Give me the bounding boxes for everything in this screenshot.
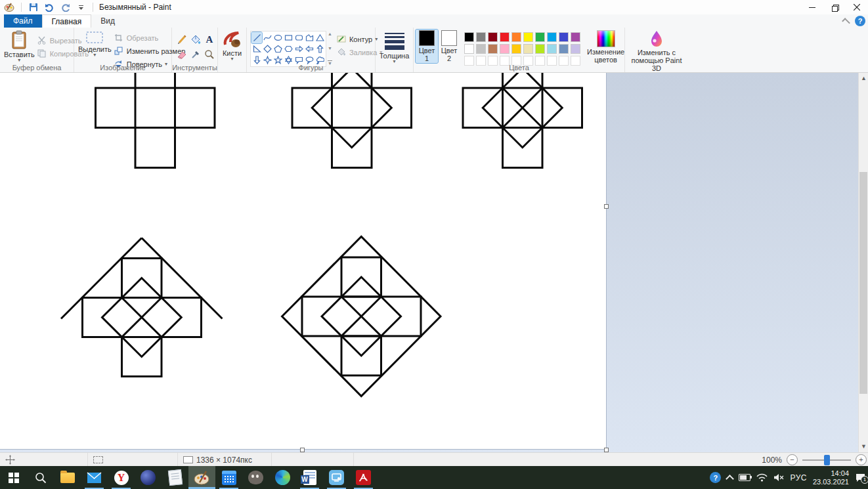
shape-arrow-up-icon[interactable] [315, 43, 325, 54]
taskbar-paint-button[interactable] [188, 466, 215, 489]
palette-swatch[interactable] [464, 32, 474, 42]
taskbar-notepad-button[interactable] [162, 466, 188, 489]
minimize-button[interactable] [801, 0, 823, 14]
collapse-ribbon-icon[interactable] [842, 18, 850, 26]
select-button[interactable]: Выделить ▾ [76, 30, 114, 58]
scroll-up-icon[interactable]: ▲ [328, 32, 332, 36]
zoom-slider[interactable] [802, 459, 851, 461]
canvas-resize-handle-bottom[interactable] [300, 448, 305, 452]
help-icon[interactable]: ? [855, 16, 865, 26]
canvas-resize-handle-corner[interactable] [604, 448, 609, 452]
shape-line-icon[interactable] [251, 32, 262, 43]
taskbar-explorer-button[interactable] [54, 466, 81, 489]
chevron-up-icon[interactable] [726, 475, 735, 483]
shape-polygon-icon[interactable] [304, 32, 315, 43]
palette-swatch[interactable] [488, 32, 498, 42]
canvas-resize-handle-right[interactable] [604, 204, 609, 209]
tab-view[interactable]: Вид [91, 14, 124, 28]
palette-swatch[interactable] [500, 32, 510, 42]
palette-swatch[interactable] [535, 32, 545, 42]
paint3d-button[interactable]: Изменить с помощью Paint 3D [626, 30, 687, 73]
edit-colors-label: Изменение цветов [587, 48, 624, 64]
shape-ellipse-icon[interactable] [272, 32, 283, 43]
shape-diamond-icon[interactable] [262, 43, 272, 54]
taskbar-calendar-button[interactable] [215, 466, 242, 489]
tab-home[interactable]: Главная [42, 14, 92, 28]
screen-recorder-icon [329, 470, 344, 485]
eraser-icon[interactable] [175, 47, 188, 62]
shape-rounded-rectangle-icon[interactable] [293, 32, 304, 43]
palette-swatch[interactable] [500, 44, 510, 54]
edit-colors-button[interactable]: Изменение цветов [585, 30, 626, 64]
palette-swatch[interactable] [559, 32, 569, 42]
taskbar-acrobat-button[interactable] [350, 466, 377, 489]
undo-icon[interactable] [43, 1, 55, 13]
paint3d-icon [649, 30, 664, 48]
scroll-down-icon[interactable]: ▼ [328, 46, 332, 51]
palette-swatch[interactable] [559, 44, 569, 54]
taskbar-start-button[interactable] [0, 466, 27, 489]
paste-button[interactable]: Вставить ▾ [2, 30, 37, 63]
palette-swatch[interactable] [571, 32, 580, 42]
shape-triangle-icon[interactable] [315, 32, 325, 43]
clock[interactable]: 14:04 23.03.2021 [813, 469, 849, 486]
scroll-up-icon[interactable]: ▲ [861, 77, 866, 80]
color-picker-icon[interactable] [189, 47, 202, 62]
text-icon[interactable]: A [203, 32, 216, 47]
shape-hexagon-icon[interactable] [283, 43, 293, 54]
volume-muted-icon[interactable] [773, 473, 784, 482]
shape-arrow-right-icon[interactable] [293, 43, 304, 54]
brushes-button[interactable]: Кисти ▾ [221, 30, 244, 62]
shape-right-triangle-icon[interactable] [251, 43, 262, 54]
palette-swatch[interactable] [476, 32, 486, 42]
palette-swatch[interactable] [571, 44, 580, 54]
color2-button[interactable]: Цвет 2 [438, 30, 460, 63]
taskbar-torch-browser-button[interactable] [135, 466, 162, 489]
palette-swatch[interactable] [523, 44, 533, 54]
calendar-icon [222, 471, 236, 485]
palette-swatch[interactable] [464, 44, 474, 54]
palette-swatch[interactable] [488, 44, 498, 54]
shape-pentagon-icon[interactable] [272, 43, 283, 54]
language-indicator[interactable]: РУС [790, 473, 807, 482]
redo-icon[interactable] [59, 1, 71, 13]
taskbar-edge-button[interactable] [269, 466, 296, 489]
palette-swatch[interactable] [547, 44, 557, 54]
restore-button[interactable] [823, 0, 846, 14]
palette-swatch[interactable] [547, 32, 557, 42]
notification-icon[interactable]: 1 [855, 473, 867, 483]
taskbar-screen-recorder-button[interactable] [323, 466, 350, 489]
thickness-button[interactable]: Толщина ▾ [378, 30, 412, 64]
scrollbar-thumb[interactable] [859, 172, 867, 394]
palette-swatch[interactable] [523, 32, 533, 42]
shape-arrow-left-icon[interactable] [304, 43, 315, 54]
taskbar-word-button[interactable]: W [296, 466, 323, 489]
save-icon[interactable] [28, 1, 39, 13]
help-icon[interactable]: ? [710, 472, 721, 483]
group-tools: A Инструменты [172, 28, 218, 72]
palette-swatch[interactable] [511, 32, 521, 42]
taskbar-mail-button[interactable] [81, 466, 108, 489]
vertical-scrollbar[interactable]: ▲ ▼ [858, 73, 868, 452]
battery-icon[interactable] [739, 474, 750, 481]
taskbar-search-button[interactable] [27, 466, 54, 489]
palette-swatch[interactable] [511, 44, 521, 54]
palette-swatch[interactable] [535, 44, 545, 54]
zoom-slider-thumb[interactable] [824, 455, 830, 465]
pencil-icon[interactable] [175, 32, 188, 47]
taskbar-yandex-browser-button[interactable]: Y [108, 466, 135, 489]
tab-file[interactable]: Файл [4, 14, 42, 28]
close-button[interactable] [846, 0, 868, 14]
shape-rectangle-icon[interactable] [283, 32, 293, 43]
color1-button[interactable]: Цвет 1 [416, 30, 438, 63]
scroll-down-icon[interactable]: ▼ [861, 445, 866, 448]
customize-dropdown-icon[interactable] [75, 1, 87, 13]
taskbar-gimp-button[interactable] [242, 466, 269, 489]
zoom-out-button[interactable]: − [787, 454, 798, 465]
palette-swatch[interactable] [476, 44, 486, 54]
magnifier-icon[interactable] [203, 47, 216, 62]
wifi-icon[interactable] [756, 473, 768, 482]
shape-curve-icon[interactable] [262, 32, 272, 43]
fill-icon[interactable] [189, 32, 202, 47]
zoom-in-button[interactable]: + [856, 454, 867, 465]
